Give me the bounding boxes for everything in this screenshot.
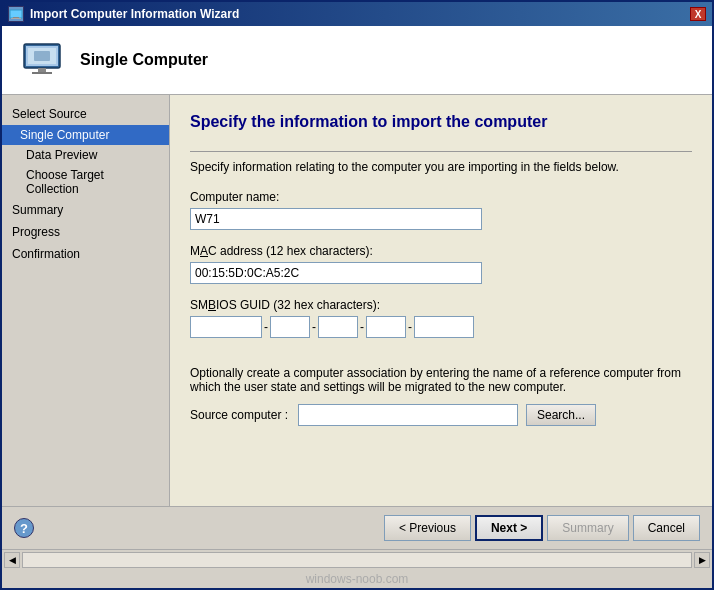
svg-rect-0	[10, 10, 22, 18]
guid-seg-1[interactable]	[190, 316, 262, 338]
guid-dash-4: -	[408, 320, 412, 334]
smbios-group: SMBIOS GUID (32 hex characters): - - - -	[190, 298, 692, 338]
svg-rect-7	[32, 72, 52, 74]
assoc-text: Optionally create a computer association…	[190, 366, 692, 394]
title-bar: Import Computer Information Wizard X	[2, 2, 712, 26]
source-label: Source computer :	[190, 408, 290, 422]
smbios-label: SMBIOS GUID (32 hex characters):	[190, 298, 692, 312]
scrollbar-area: ◀ ▶	[2, 549, 712, 570]
close-button[interactable]: X	[690, 7, 706, 21]
computer-name-group: Computer name:	[190, 190, 692, 230]
guid-dash-3: -	[360, 320, 364, 334]
guid-seg-5[interactable]	[414, 316, 474, 338]
header-title: Single Computer	[80, 51, 208, 69]
window-icon	[8, 6, 24, 22]
sidebar-section-progress: Progress	[2, 221, 169, 243]
summary-button[interactable]: Summary	[547, 515, 628, 541]
scroll-right-btn[interactable]: ▶	[694, 552, 710, 568]
main-title: Specify the information to import the co…	[190, 113, 692, 131]
svg-rect-8	[34, 51, 50, 61]
sidebar: Select Source Single Computer Data Previ…	[2, 95, 170, 506]
cancel-button[interactable]: Cancel	[633, 515, 700, 541]
description-text: Specify information relating to the comp…	[190, 160, 692, 174]
wizard-header: Single Computer	[2, 26, 712, 95]
svg-rect-2	[11, 18, 21, 19]
guid-dash-1: -	[264, 320, 268, 334]
sidebar-item-choose-target[interactable]: Choose Target Collection	[2, 165, 169, 199]
scroll-track[interactable]	[22, 552, 692, 568]
search-button[interactable]: Search...	[526, 404, 596, 426]
next-button[interactable]: Next >	[475, 515, 543, 541]
guid-row: - - - -	[190, 316, 692, 338]
mac-address-group: MAC address (12 hex characters):	[190, 244, 692, 284]
sidebar-item-data-preview[interactable]: Data Preview	[2, 145, 169, 165]
computer-name-label: Computer name:	[190, 190, 692, 204]
sidebar-section-summary: Summary	[2, 199, 169, 221]
guid-seg-4[interactable]	[366, 316, 406, 338]
help-icon[interactable]: ?	[14, 518, 34, 538]
bottom-left: ?	[14, 518, 34, 538]
window: Import Computer Information Wizard X Sin…	[0, 0, 714, 590]
guid-seg-2[interactable]	[270, 316, 310, 338]
guid-seg-3[interactable]	[318, 316, 358, 338]
mac-input[interactable]	[190, 262, 482, 284]
window-title: Import Computer Information Wizard	[30, 7, 239, 21]
source-computer-input[interactable]	[298, 404, 518, 426]
content-area: Select Source Single Computer Data Previ…	[2, 95, 712, 506]
watermark: windows-noob.com	[2, 570, 712, 588]
mac-label: MAC address (12 hex characters):	[190, 244, 692, 258]
scroll-left-btn[interactable]: ◀	[4, 552, 20, 568]
computer-icon	[18, 36, 66, 84]
bottom-buttons: < Previous Next > Summary Cancel	[384, 515, 700, 541]
source-computer-row: Source computer : Search...	[190, 404, 692, 426]
prev-button[interactable]: < Previous	[384, 515, 471, 541]
sidebar-item-single-computer[interactable]: Single Computer	[2, 125, 169, 145]
guid-dash-2: -	[312, 320, 316, 334]
bottom-bar: ? < Previous Next > Summary Cancel	[2, 506, 712, 549]
computer-name-input[interactable]	[190, 208, 482, 230]
divider-top	[190, 151, 692, 152]
sidebar-section-select-source: Select Source	[2, 103, 169, 125]
main-panel: Specify the information to import the co…	[170, 95, 712, 506]
sidebar-section-confirmation: Confirmation	[2, 243, 169, 265]
